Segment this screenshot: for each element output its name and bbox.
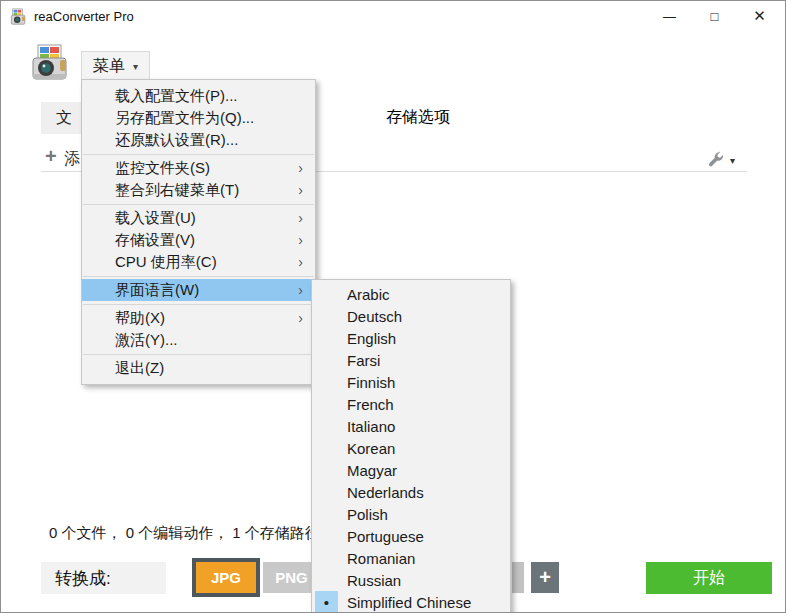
menu-item-cpu-usage[interactable]: CPU 使用率(C) › xyxy=(82,251,315,273)
radio-blank xyxy=(315,371,338,393)
radio-blank xyxy=(315,481,338,503)
start-button[interactable]: 开始 xyxy=(646,562,772,594)
menu-item-load-settings[interactable]: 载入设置(U) › xyxy=(82,207,315,229)
menu-separator xyxy=(83,154,314,155)
menu-button-label: 菜单 xyxy=(93,56,125,77)
format-jpg-button[interactable]: JPG xyxy=(192,558,260,597)
tab-save-options-label: 存储选项 xyxy=(386,108,450,125)
radio-blank xyxy=(315,547,338,569)
radio-blank xyxy=(315,349,338,371)
radio-blank xyxy=(315,459,338,481)
status-summary: 0 个文件， 0 个编辑动作， 1 个存储路径 xyxy=(49,524,320,543)
maximize-button[interactable]: □ xyxy=(692,1,737,31)
submenu-item-arabic[interactable]: Arabic xyxy=(312,283,510,305)
submenu-item-simplified-chinese[interactable]: • Simplified Chinese xyxy=(312,591,510,613)
menu-item-context-menu-integration[interactable]: 整合到右键菜单(T) › xyxy=(82,179,315,201)
radio-blank xyxy=(315,283,338,305)
app-window: reaConverter Pro — □ ✕ 菜单 ▾ 文 存储选项 + 添 xyxy=(0,0,786,613)
submenu-item-english[interactable]: English xyxy=(312,327,510,349)
chevron-down-icon: ▾ xyxy=(133,61,138,72)
submenu-item-korean[interactable]: Korean xyxy=(312,437,510,459)
menu-separator xyxy=(83,204,314,205)
submenu-item-nederlands[interactable]: Nederlands xyxy=(312,481,510,503)
convert-to-label: 转换成: xyxy=(41,562,166,594)
add-files-label[interactable]: 添 xyxy=(64,149,80,170)
radio-blank xyxy=(315,569,338,591)
submenu-item-deutsch[interactable]: Deutsch xyxy=(312,305,510,327)
submenu-arrow-icon: › xyxy=(298,182,303,198)
menu-item-save-profile-as[interactable]: 另存配置文件为(Q)... xyxy=(82,107,315,129)
window-controls: — □ ✕ xyxy=(647,1,782,31)
submenu-item-italiano[interactable]: Italiano xyxy=(312,415,510,437)
radio-blank xyxy=(315,437,338,459)
submenu-item-russian[interactable]: Russian xyxy=(312,569,510,591)
language-submenu: Arabic Deutsch English Farsi Finnish Fre… xyxy=(311,279,511,613)
menu-item-activate[interactable]: 激活(Y)... xyxy=(82,329,315,351)
menu-item-restore-defaults[interactable]: 还原默认设置(R)... xyxy=(82,129,315,151)
radio-selected-icon: • xyxy=(315,591,338,613)
menu-separator xyxy=(83,304,314,305)
submenu-arrow-icon: › xyxy=(298,310,303,326)
radio-blank xyxy=(315,525,338,547)
menu-separator xyxy=(83,354,314,355)
menu-item-load-profile[interactable]: 载入配置文件(P)... xyxy=(82,85,315,107)
submenu-item-finnish[interactable]: Finnish xyxy=(312,371,510,393)
window-title: reaConverter Pro xyxy=(34,9,134,24)
app-logo xyxy=(30,43,72,83)
format-button-partial[interactable] xyxy=(512,562,524,593)
menu-item-exit[interactable]: 退出(Z) xyxy=(82,357,315,379)
close-button[interactable]: ✕ xyxy=(737,1,782,31)
radio-blank xyxy=(315,305,338,327)
submenu-arrow-icon: › xyxy=(298,254,303,270)
radio-blank xyxy=(315,393,338,415)
tab-save-options[interactable]: 存储选项 xyxy=(386,107,450,128)
submenu-arrow-icon: › xyxy=(298,282,303,298)
submenu-item-polish[interactable]: Polish xyxy=(312,503,510,525)
main-menu: 载入配置文件(P)... 另存配置文件为(Q)... 还原默认设置(R)... … xyxy=(81,79,316,385)
radio-blank xyxy=(315,327,338,349)
menu-item-help[interactable]: 帮助(X) › xyxy=(82,307,315,329)
tab-files[interactable]: 文 xyxy=(41,102,82,134)
submenu-item-magyar[interactable]: Magyar xyxy=(312,459,510,481)
submenu-item-romanian[interactable]: Romanian xyxy=(312,547,510,569)
radio-blank xyxy=(315,503,338,525)
menu-separator xyxy=(83,276,314,277)
menu-item-save-settings[interactable]: 存储设置(V) › xyxy=(82,229,315,251)
menu-item-watch-folders[interactable]: 监控文件夹(S) › xyxy=(82,157,315,179)
app-icon xyxy=(10,8,28,26)
submenu-item-french[interactable]: French xyxy=(312,393,510,415)
submenu-arrow-icon: › xyxy=(298,232,303,248)
submenu-arrow-icon: › xyxy=(298,160,303,176)
submenu-arrow-icon: › xyxy=(298,210,303,226)
radio-blank xyxy=(315,415,338,437)
add-files-plus-icon[interactable]: + xyxy=(45,145,57,168)
menu-button[interactable]: 菜单 ▾ xyxy=(81,51,150,81)
wrench-icon xyxy=(707,151,725,169)
add-format-button[interactable]: + xyxy=(531,562,559,593)
menu-item-interface-language[interactable]: 界面语言(W) › xyxy=(82,279,315,301)
tab-files-label: 文 xyxy=(56,108,72,129)
minimize-button[interactable]: — xyxy=(647,1,692,31)
settings-dropdown[interactable]: ▾ xyxy=(707,150,743,170)
submenu-item-portuguese[interactable]: Portuguese xyxy=(312,525,510,547)
chevron-down-icon: ▾ xyxy=(730,155,735,166)
titlebar: reaConverter Pro — □ ✕ xyxy=(1,1,785,33)
submenu-item-farsi[interactable]: Farsi xyxy=(312,349,510,371)
